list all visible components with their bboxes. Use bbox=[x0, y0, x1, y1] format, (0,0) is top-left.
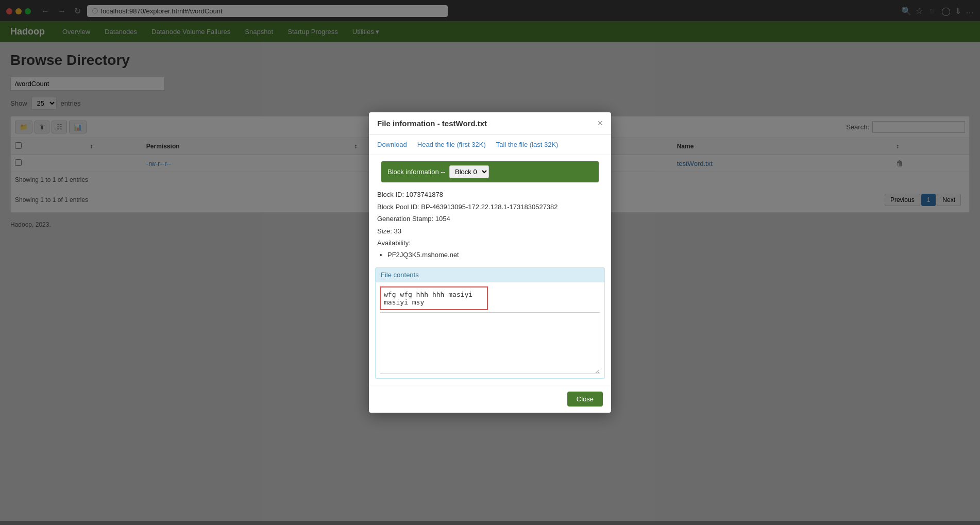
block-select[interactable]: Block 0 bbox=[449, 165, 489, 178]
close-button[interactable]: Close bbox=[567, 392, 603, 407]
block-info-header: Block information -- Block 0 bbox=[381, 161, 599, 182]
head-file-link[interactable]: Head the file (first 32K) bbox=[417, 141, 486, 148]
modal-close-button[interactable]: × bbox=[597, 118, 603, 128]
file-contents-body: wfg wfg hhh hhh masiyi masiyi msy bbox=[375, 282, 605, 379]
modal-title: File information - testWord.txt bbox=[377, 119, 487, 128]
modal-header: File information - testWord.txt × bbox=[369, 112, 611, 134]
modal-footer: Close bbox=[369, 385, 611, 413]
modal-links: Download Head the file (first 32K) Tail … bbox=[369, 134, 611, 155]
block-pool-id: Block Pool ID: BP-463913095-172.22.128.1… bbox=[377, 201, 603, 213]
block-size: Size: 33 bbox=[377, 225, 603, 237]
tail-file-link[interactable]: Tail the file (last 32K) bbox=[496, 141, 559, 148]
file-info-modal: File information - testWord.txt × Downlo… bbox=[369, 112, 611, 412]
availability-item: PF2JQ3K5.mshome.net bbox=[387, 249, 603, 261]
block-details: Block ID: 1073741878 Block Pool ID: BP-4… bbox=[369, 182, 611, 267]
file-contents-section: File contents wfg wfg hhh hhh masiyi mas… bbox=[375, 267, 605, 379]
availability-label: Availability: bbox=[377, 237, 603, 249]
modal-overlay: File information - testWord.txt × Downlo… bbox=[0, 0, 980, 521]
file-contents-header: File contents bbox=[375, 267, 605, 282]
block-info-wrap: Block information -- Block 0 bbox=[369, 155, 611, 182]
block-id: Block ID: 1073741878 bbox=[377, 189, 603, 200]
block-info-label: Block information -- bbox=[387, 168, 445, 176]
download-link[interactable]: Download bbox=[377, 141, 407, 148]
file-text-highlighted: wfg wfg hhh hhh masiyi masiyi msy bbox=[380, 286, 488, 310]
file-textarea[interactable] bbox=[380, 312, 600, 374]
generation-stamp: Generation Stamp: 1054 bbox=[377, 213, 603, 225]
